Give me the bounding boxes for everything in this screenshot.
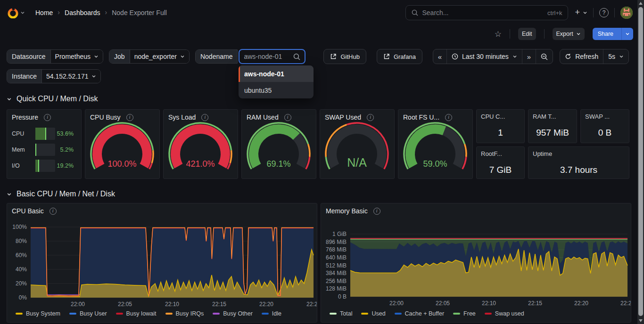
add-menu-button[interactable]: + (575, 9, 587, 16)
export-button[interactable]: Export (553, 28, 585, 40)
section-quick-cpu[interactable]: Quick CPU / Mem / Disk (7, 94, 633, 104)
cpu-basic-legend: Busy SystemBusy UserBusy IowaitBusy IRQs… (16, 310, 281, 317)
nodename-label: Nodename (196, 50, 238, 63)
time-forward-button[interactable]: » (522, 49, 536, 64)
svg-text:22:05: 22:05 (118, 301, 132, 308)
cpu-basic-chart[interactable]: 0%20%40%60%80%100%22:0022:0522:1022:1522… (7, 203, 317, 323)
breadcrumb-dashboards[interactable]: Dashboards (65, 9, 100, 16)
panel-root-fs: Root FS U...i 59.0% (398, 109, 473, 179)
chevron-down-icon (20, 10, 25, 15)
info-icon[interactable]: i (367, 114, 374, 121)
time-range-picker[interactable]: Last 30 minutes (447, 49, 522, 64)
chevron-down-icon (625, 32, 630, 36)
panel-rootfs-total: RootF...7 GiB (476, 146, 525, 179)
info-icon[interactable]: i (284, 114, 291, 121)
user-avatar[interactable] (620, 7, 633, 19)
breadcrumb-home[interactable]: Home (35, 9, 53, 16)
legend-item[interactable]: Busy Other (213, 310, 253, 317)
scrollbar-down-arrow[interactable] (639, 319, 643, 322)
svg-text:N/A: N/A (347, 156, 367, 169)
divider (510, 29, 510, 39)
svg-text:22:15: 22:15 (212, 301, 226, 308)
scrollbar-thumb[interactable] (638, 7, 643, 316)
grafana-link-button[interactable]: Grafana (377, 49, 422, 64)
help-button[interactable]: ? (599, 8, 609, 17)
nodename-value: aws-node-01 (244, 53, 282, 60)
github-link-button[interactable]: GitHub (323, 49, 366, 64)
grafana-logo-menu[interactable] (8, 8, 25, 18)
panel-sys-load: Sys Loadi 421.0% (163, 109, 238, 179)
legend-item[interactable]: Idle (262, 310, 281, 317)
refresh-interval-picker[interactable]: 5s (603, 49, 628, 64)
legend-item[interactable]: Swap used (485, 310, 524, 317)
info-icon[interactable]: i (126, 114, 133, 121)
info-icon[interactable]: i (44, 114, 51, 121)
share-button[interactable]: Share (593, 28, 633, 40)
pressure-row: CPU 53.6% (12, 128, 74, 140)
search-input[interactable]: Search... ctrl+k (405, 5, 568, 20)
job-picker[interactable]: Job node_exporter (109, 49, 190, 64)
time-back-button[interactable]: « (433, 49, 447, 64)
info-icon[interactable]: i (50, 208, 57, 215)
instance-picker[interactable]: Instance 54.152.52.171 (7, 69, 101, 83)
info-icon[interactable]: i (373, 208, 380, 215)
legend-item[interactable]: Busy IRQs (165, 310, 204, 317)
chevron-down-icon (7, 97, 12, 102)
chevron-down-icon (91, 74, 96, 79)
scrollbar-up-arrow[interactable] (639, 2, 643, 5)
svg-text:80%: 80% (16, 238, 27, 244)
svg-text:0%: 0% (19, 294, 27, 301)
star-icon[interactable]: ☆ (495, 29, 502, 39)
job-value: node_exporter (134, 53, 177, 60)
nodename-picker: Nodename (195, 49, 238, 64)
scrollbar[interactable] (637, 0, 644, 324)
panel-uptime: Uptime3.7 hours (528, 146, 629, 179)
section-basic-cpu[interactable]: Basic CPU / Mem / Net / Disk (7, 189, 633, 199)
info-icon[interactable]: i (445, 114, 452, 121)
svg-text:22:25: 22:25 (620, 300, 631, 307)
divider (614, 8, 615, 17)
edit-button[interactable]: Edit (518, 28, 536, 40)
pressure-row: Mem 5.2% (12, 144, 74, 156)
legend-item[interactable]: Free (453, 310, 476, 317)
breadcrumb-separator: › (105, 8, 107, 16)
datasource-value: Prometheus (55, 53, 91, 60)
memory-basic-chart[interactable]: 0 B128 MiB256 MiB384 MiB512 MiB640 MiB76… (321, 203, 631, 323)
legend-item[interactable]: Busy Iowait (116, 310, 157, 317)
dropdown-option[interactable]: aws-node-01 (239, 65, 314, 82)
svg-text:100%: 100% (12, 224, 27, 230)
bar-gauge (35, 144, 55, 156)
share-menu-button[interactable] (621, 28, 633, 40)
breadcrumb-separator: › (58, 8, 60, 16)
legend-item[interactable]: Cache + Buffer (395, 310, 445, 317)
refresh-button[interactable]: Refresh (560, 49, 603, 64)
legend-item[interactable]: Used (361, 310, 385, 317)
legend-item[interactable]: Total (330, 310, 352, 317)
panel-swap-total: SWAP ...0 B (580, 109, 629, 143)
dropdown-option[interactable]: ubuntu35 (239, 82, 314, 98)
panel-swap-used: SWAP Usedi N/A (320, 109, 395, 179)
nodename-input[interactable]: aws-node-01 (239, 49, 305, 64)
legend-item[interactable]: Busy System (16, 310, 60, 317)
svg-text:256 MiB: 256 MiB (326, 278, 347, 284)
search-icon (412, 9, 418, 16)
search-shortcut: ctrl+k (547, 9, 562, 16)
breadcrumb-current: Node Exporter Full (112, 9, 167, 16)
memory-basic-legend: TotalUsedCache + BufferFreeSwap used (330, 310, 524, 317)
datasource-picker[interactable]: Datasource Prometheus (7, 49, 103, 64)
svg-text:22:20: 22:20 (259, 301, 273, 308)
search-placeholder: Search... (422, 9, 448, 16)
legend-item[interactable]: Busy User (69, 310, 107, 317)
gauge-row: Pressurei CPU 53.6% Mem 5.2% I/O 19.2% C… (7, 109, 633, 179)
svg-text:421.0%: 421.0% (186, 159, 215, 169)
chevron-down-icon (94, 54, 99, 59)
svg-text:768 MiB: 768 MiB (326, 246, 347, 253)
svg-text:22:00: 22:00 (389, 300, 404, 307)
zoom-out-button[interactable] (536, 49, 553, 64)
filter-row-2: Instance 54.152.52.171 (7, 69, 629, 84)
svg-text:22:00: 22:00 (71, 301, 85, 308)
svg-text:512 MiB: 512 MiB (326, 262, 347, 269)
chevron-down-icon (576, 32, 581, 36)
info-icon[interactable]: i (201, 114, 208, 121)
plus-icon: + (575, 8, 580, 16)
